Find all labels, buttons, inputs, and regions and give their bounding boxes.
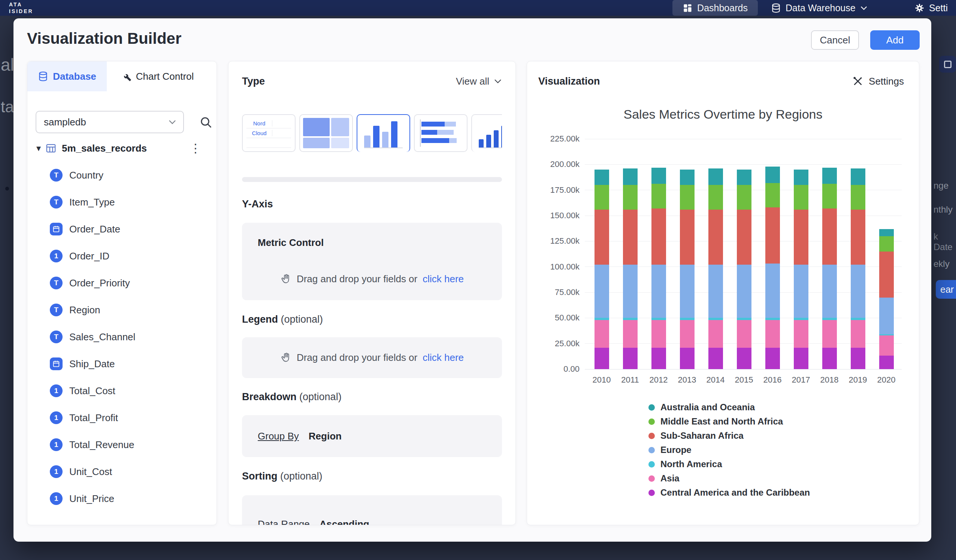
chart-settings-button[interactable]: Settings xyxy=(852,75,904,87)
legend-item[interactable]: North America xyxy=(648,457,810,471)
bar-2010[interactable] xyxy=(594,169,609,369)
bar-segment xyxy=(765,207,780,264)
metric-control-dropzone[interactable]: Metric Control Drag and drop your fields… xyxy=(242,223,502,300)
add-button[interactable]: Add xyxy=(870,30,920,50)
dashboard-icon xyxy=(682,3,693,13)
chart-type-column-selected[interactable] xyxy=(357,114,410,152)
bar-segment xyxy=(765,264,780,318)
tab-chart-control[interactable]: Chart Control xyxy=(107,61,208,91)
background-text-fragment: al xyxy=(1,55,14,75)
field-item-order_priority[interactable]: TOrder_Priority xyxy=(27,270,217,296)
chart-type-treemap[interactable] xyxy=(299,114,353,152)
bar-segment xyxy=(822,168,837,184)
bar-2011[interactable] xyxy=(623,168,638,369)
field-label: Total_Cost xyxy=(69,385,115,397)
x-tick-label: 2016 xyxy=(758,375,787,385)
legend-dot xyxy=(648,489,655,496)
table-tree-item[interactable]: ▾ 5m_sales_records ⋮ xyxy=(27,140,217,157)
bar-segment xyxy=(708,265,723,318)
y-tick-label: 75.00k xyxy=(533,287,580,297)
x-tick-label: 2014 xyxy=(701,375,730,385)
field-label: Ship_Date xyxy=(69,358,115,370)
bar-2013[interactable] xyxy=(680,169,695,369)
field-item-region[interactable]: TRegion xyxy=(27,296,217,323)
nav-settings[interactable]: Setti xyxy=(914,0,948,16)
sorting-dropzone[interactable]: Data Range Ascending xyxy=(242,495,502,525)
field-label: Region xyxy=(69,304,100,316)
legend-item[interactable]: Middle East and North Africa xyxy=(648,414,810,428)
tab-chart-control-label: Chart Control xyxy=(136,71,194,82)
tab-database[interactable]: Database xyxy=(27,61,107,91)
field-item-total_revenue[interactable]: 1Total_Revenue xyxy=(27,431,217,458)
nav-data-warehouse[interactable]: Data Warehouse xyxy=(771,0,868,16)
bar-2012[interactable] xyxy=(651,168,666,369)
bar-segment xyxy=(737,169,752,185)
x-tick-label: 2019 xyxy=(844,375,872,385)
nav-dashboards-label: Dashboards xyxy=(697,3,748,14)
legend-label: Asia xyxy=(660,473,679,484)
cancel-button[interactable]: Cancel xyxy=(811,30,859,50)
field-item-ship_date[interactable]: Ship_Date xyxy=(27,350,217,377)
search-icon[interactable] xyxy=(199,115,212,129)
x-tick-label: 2010 xyxy=(587,375,616,385)
table-name: 5m_sales_records xyxy=(62,143,147,154)
bar-segment xyxy=(594,169,609,185)
legend-item[interactable]: Central America and the Caribbean xyxy=(648,486,810,500)
warehouse-icon xyxy=(771,3,781,13)
bar-segment xyxy=(737,320,752,348)
datasource-select[interactable]: sampledb xyxy=(36,111,184,133)
bar-2016[interactable] xyxy=(765,166,780,369)
field-item-unit_price[interactable]: 1Unit_Price xyxy=(27,485,217,512)
field-item-country[interactable]: TCountry xyxy=(27,162,217,189)
legend-item[interactable]: Europe xyxy=(648,443,810,457)
field-label: Order_Priority xyxy=(69,278,130,289)
legend-item[interactable]: Sub-Saharan Africa xyxy=(648,428,810,443)
legend-item[interactable]: Asia xyxy=(648,471,810,486)
field-item-order_date[interactable]: Order_Date xyxy=(27,216,217,243)
field-label: Order_ID xyxy=(69,251,109,262)
thumb-table-text: Nord xyxy=(247,120,272,127)
click-here-link[interactable]: click here xyxy=(423,352,464,364)
bar-segment xyxy=(651,265,666,318)
nav-dashboards[interactable]: Dashboards xyxy=(672,0,758,16)
click-here-link[interactable]: click here xyxy=(423,273,464,285)
bar-2017[interactable] xyxy=(794,169,808,369)
collapse-caret-icon[interactable]: ▾ xyxy=(36,143,41,154)
field-item-sales_channel[interactable]: TSales_Channel xyxy=(27,323,217,350)
view-all-button[interactable]: View all xyxy=(456,75,502,87)
bar-2014[interactable] xyxy=(708,168,723,369)
chart-type-column-2[interactable] xyxy=(471,114,502,152)
field-item-item_type[interactable]: TItem_Type xyxy=(27,189,217,216)
wrench-icon xyxy=(121,71,132,82)
sorting-heading: Sorting (optional) xyxy=(242,471,502,482)
field-item-order_id[interactable]: 1Order_ID xyxy=(27,243,217,270)
bar-segment xyxy=(594,210,609,265)
breakdown-dropzone[interactable]: Group By Region xyxy=(242,415,502,457)
bar-2020[interactable] xyxy=(879,229,894,369)
bar-segment xyxy=(822,348,837,369)
chart-type-table[interactable]: Nord Cloud xyxy=(242,114,296,152)
bar-segment xyxy=(737,210,752,265)
group-by-link[interactable]: Group By xyxy=(258,430,299,442)
field-item-total_cost[interactable]: 1Total_Cost xyxy=(27,377,217,404)
kebab-menu-icon[interactable]: ⋮ xyxy=(190,142,201,154)
thumbs-scrollbar[interactable] xyxy=(242,177,502,182)
legend-item[interactable]: Australia and Oceania xyxy=(648,400,810,414)
chart-type-horizontal-bar[interactable] xyxy=(414,114,467,152)
field-label: Unit_Price xyxy=(69,493,114,505)
field-item-total_profit[interactable]: 1Total_Profit xyxy=(27,404,217,431)
chevron-down-icon xyxy=(860,6,868,11)
bar-2018[interactable] xyxy=(822,168,837,369)
y-tick-label: 175.00k xyxy=(533,185,580,195)
gear-icon xyxy=(914,3,925,13)
visualization-builder-modal: Visualization Builder Cancel Add Databas… xyxy=(14,18,931,542)
bar-segment xyxy=(623,348,638,369)
background-save-icon xyxy=(939,56,956,73)
bar-segment xyxy=(851,348,865,369)
bar-2015[interactable] xyxy=(737,169,752,369)
field-item-unit_cost[interactable]: 1Unit_Cost xyxy=(27,458,217,485)
bar-2019[interactable] xyxy=(851,168,865,369)
sorting-field-link[interactable]: Data Range xyxy=(258,518,310,525)
bar-segment xyxy=(651,168,666,184)
legend-dropzone[interactable]: Drag and drop your fields or click here xyxy=(242,337,502,378)
